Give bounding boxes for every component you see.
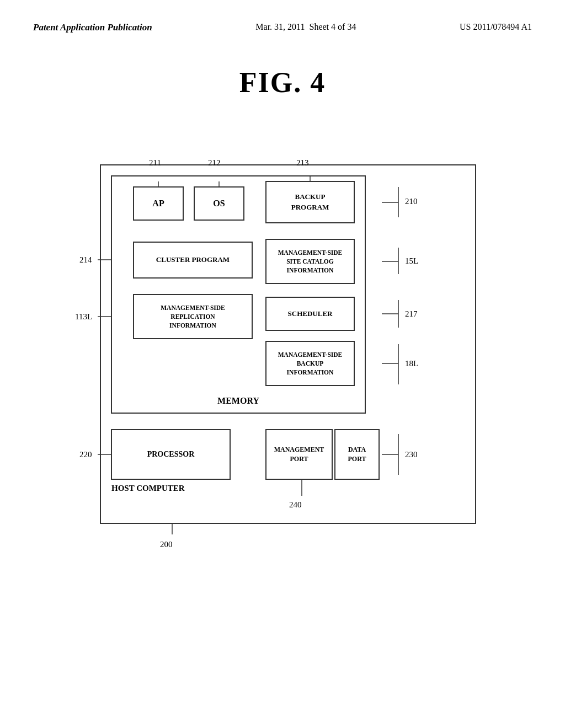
figure-title: FIG. 4 — [0, 66, 565, 99]
label-200: 200 — [160, 540, 173, 549]
diagram-area: AP OS BACKUPPROGRAM CLUSTER PROGRAM MANA… — [67, 121, 498, 573]
scheduler-box: SCHEDULER — [266, 297, 354, 330]
label-213: 213 — [296, 158, 309, 168]
label-113L: 113L — [75, 312, 92, 322]
mgmt-site-catalog-box: MANAGEMENT-SIDESITE CATALOGINFORMATION — [266, 239, 354, 283]
processor-box: PROCESSOR — [111, 430, 230, 479]
label-212: 212 — [208, 158, 221, 168]
label-230: 230 — [405, 450, 418, 459]
backup-program-box: BACKUPPROGRAM — [266, 181, 354, 223]
memory-label: MEMORY — [111, 388, 365, 413]
label-220: 220 — [79, 450, 92, 459]
label-15L: 15L — [405, 256, 418, 266]
label-214: 214 — [79, 255, 92, 265]
label-18L: 18L — [405, 359, 418, 368]
mgmt-backup-box: MANAGEMENT-SIDEBACKUPINFORMATION — [266, 341, 354, 386]
header: Patent Application Publication Mar. 31, … — [0, 0, 565, 33]
label-210: 210 — [405, 197, 418, 206]
label-211: 211 — [149, 158, 161, 168]
label-240: 240 — [289, 500, 302, 510]
header-left: Patent Application Publication — [33, 22, 152, 33]
header-center: Mar. 31, 2011 Sheet 4 of 34 — [255, 22, 356, 32]
header-right: US 2011/078494 A1 — [460, 22, 532, 32]
cluster-program-box: CLUSTER PROGRAM — [134, 242, 252, 278]
label-217: 217 — [405, 309, 418, 319]
host-computer-label: HOST COMPUTER — [111, 484, 185, 493]
mgmt-replication-box: MANAGEMENT-SIDEREPLICATIONINFORMATION — [134, 295, 252, 339]
ap-box: AP — [134, 187, 183, 220]
data-port-box: DATAPORT — [335, 430, 379, 479]
mgmt-port-box: MANAGEMENTPORT — [266, 430, 332, 479]
os-box: OS — [194, 187, 244, 220]
